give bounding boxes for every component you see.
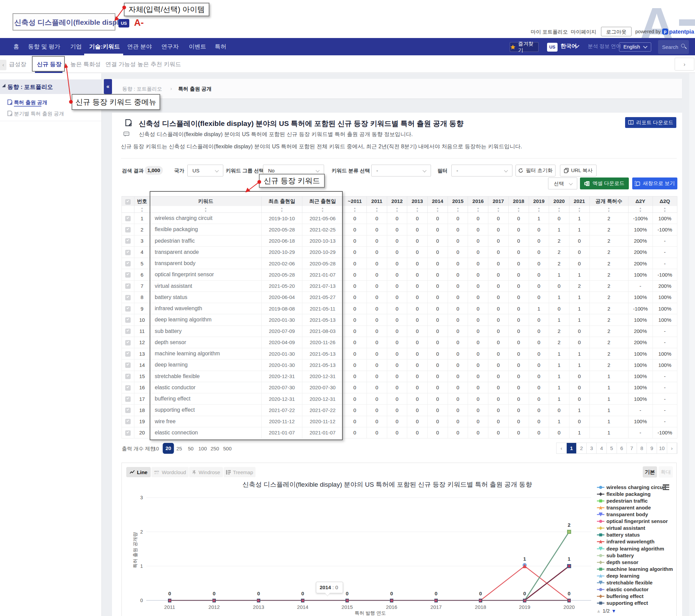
svg-text:1: 1: [523, 556, 526, 562]
svg-text:2018: 2018: [475, 604, 486, 610]
svg-text:2013: 2013: [253, 604, 264, 610]
svg-text:0: 0: [346, 590, 349, 596]
svg-text:2019: 2019: [519, 604, 530, 610]
svg-text:3: 3: [140, 495, 143, 500]
svg-text:0: 0: [257, 590, 260, 596]
svg-text:2: 2: [140, 529, 143, 535]
svg-text:0: 0: [140, 598, 143, 603]
svg-text:0: 0: [301, 590, 304, 596]
svg-text:0: 0: [390, 590, 393, 596]
svg-text:2014: 2014: [297, 604, 308, 610]
svg-text:2011: 2011: [164, 604, 175, 610]
svg-text:0: 0: [523, 590, 526, 596]
svg-text:2017: 2017: [430, 604, 441, 610]
svg-text:0: 0: [213, 590, 216, 596]
svg-text:2015: 2015: [341, 604, 353, 610]
svg-text:2020: 2020: [563, 604, 575, 610]
svg-text:1: 1: [568, 556, 571, 562]
svg-text:0: 0: [479, 590, 482, 596]
svg-text:2012: 2012: [208, 604, 220, 610]
svg-text:1: 1: [140, 563, 143, 569]
svg-text:2016: 2016: [386, 604, 397, 610]
svg-text:2: 2: [568, 522, 571, 528]
svg-text:0: 0: [568, 590, 571, 596]
svg-text:0: 0: [168, 590, 171, 596]
svg-text:0: 0: [435, 590, 437, 596]
